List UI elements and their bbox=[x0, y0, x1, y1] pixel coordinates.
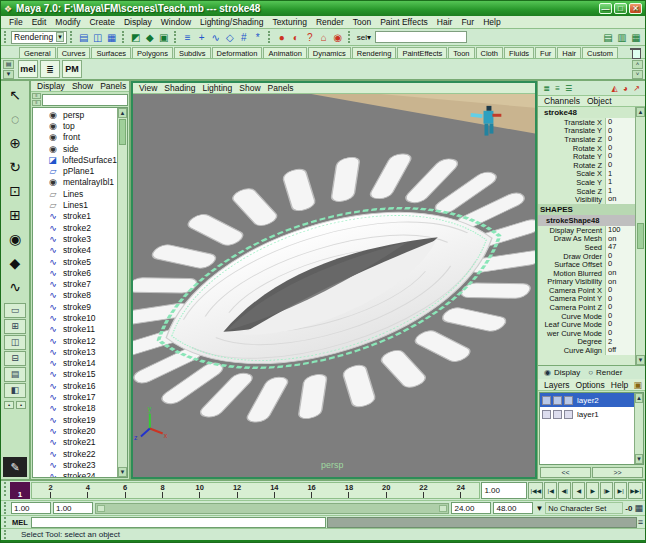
outliner-scrollbar[interactable]: ▲ ▼ bbox=[117, 108, 127, 477]
layer-next-button[interactable]: >> bbox=[592, 467, 643, 478]
menu-item[interactable]: File bbox=[5, 17, 27, 27]
outliner-item[interactable]: ∿ stroke17 bbox=[33, 391, 117, 402]
snap-view-icon[interactable]: # bbox=[237, 30, 251, 44]
layer-playback-box[interactable] bbox=[553, 410, 562, 419]
layer-visibility-box[interactable] bbox=[542, 396, 551, 405]
outliner-item[interactable]: ▱ Lines bbox=[33, 188, 117, 199]
layer-color-box[interactable] bbox=[564, 410, 573, 419]
outliner-item[interactable]: ◉ side bbox=[33, 143, 117, 154]
shelf-scroll-down[interactable]: ˅ bbox=[632, 70, 643, 79]
select-tool-icon[interactable]: ↖ bbox=[3, 83, 27, 107]
snap-plane-icon[interactable]: ◇ bbox=[223, 30, 237, 44]
shelf-tab[interactable]: Custom bbox=[582, 47, 618, 58]
channel-row[interactable]: Rotate Y 0 bbox=[538, 152, 635, 161]
viewport-menu-item[interactable]: Show bbox=[236, 83, 263, 93]
timeline-frame-label[interactable]: 6 bbox=[107, 483, 144, 498]
outliner-menu-item[interactable]: Panels bbox=[97, 81, 129, 91]
menu-item[interactable]: Paint Effects bbox=[376, 17, 432, 27]
channel-row[interactable]: Curve Mode 0 bbox=[538, 312, 635, 321]
new-layer-icon[interactable]: ▣ bbox=[633, 380, 642, 390]
menu-item[interactable]: Modify bbox=[51, 17, 84, 27]
timeline-frame-label[interactable]: 22 bbox=[405, 483, 442, 498]
channel-row[interactable]: Rotate X 0 bbox=[538, 144, 635, 153]
outliner-item[interactable]: ∿ stroke9 bbox=[33, 301, 117, 312]
channel-row[interactable]: Motion Blurred on bbox=[538, 269, 635, 278]
channel-value-field[interactable]: off bbox=[605, 346, 635, 355]
shelf-tab[interactable]: Hair bbox=[557, 47, 581, 58]
outliner-item[interactable]: ∿ stroke24 bbox=[33, 471, 117, 478]
new-scene-icon[interactable]: ▤ bbox=[77, 30, 91, 44]
drag-handle[interactable] bbox=[268, 31, 272, 44]
channel-row[interactable]: Camera Point Z 0 bbox=[538, 303, 635, 312]
shelf-scroll-up[interactable]: ˄ bbox=[632, 60, 643, 69]
shelf-menu-arrow[interactable]: ▼ bbox=[3, 70, 14, 79]
channel-box-scrollbar[interactable]: ▲ ▼ bbox=[635, 107, 645, 365]
layer-prev-button[interactable]: << bbox=[540, 467, 591, 478]
viewport-menu-item[interactable]: Lighting bbox=[199, 83, 235, 93]
viewport-menu-item[interactable]: View bbox=[136, 83, 160, 93]
shelf-tab-switcher[interactable]: ▤ bbox=[3, 60, 14, 69]
range-slider-track[interactable] bbox=[95, 503, 449, 514]
viewport-menu-item[interactable]: Shading bbox=[161, 83, 198, 93]
drag-handle[interactable] bbox=[122, 31, 126, 44]
channel-row[interactable]: Seed 47 bbox=[538, 243, 635, 252]
ipr-render-icon[interactable]: ◐ bbox=[289, 30, 303, 44]
layout-more-button[interactable]: • bbox=[4, 401, 14, 409]
render-current-icon[interactable]: ● bbox=[275, 30, 289, 44]
playback-button[interactable]: ◀ bbox=[572, 482, 585, 499]
drag-handle[interactable] bbox=[4, 502, 8, 513]
render-radio[interactable]: ○ Render bbox=[588, 368, 622, 377]
timeline-frame-label[interactable]: 8 bbox=[144, 483, 181, 498]
auto-key-icon[interactable]: -0 bbox=[625, 504, 632, 513]
channel-row[interactable]: Translate Z 0 bbox=[538, 135, 635, 144]
outliner-item[interactable]: ∿ stroke11 bbox=[33, 324, 117, 335]
channel-row[interactable]: Curve Align off bbox=[538, 346, 635, 355]
layout-shortcut-button[interactable]: ⊞ bbox=[4, 319, 26, 334]
mel-script-button[interactable]: mel bbox=[18, 60, 38, 78]
outliner-item[interactable]: ∿ stroke16 bbox=[33, 380, 117, 391]
channel-row[interactable]: Display Percent 100 bbox=[538, 226, 635, 235]
snap-point-icon[interactable]: ∿ bbox=[209, 30, 223, 44]
display-radio[interactable]: ◉ Display bbox=[544, 368, 580, 377]
viewport-menu-item[interactable]: Panels bbox=[265, 83, 297, 93]
outliner-filter-button[interactable]: ≡ bbox=[32, 93, 41, 99]
menu-item[interactable]: Texturing bbox=[268, 17, 311, 27]
menu-item[interactable]: Toon bbox=[349, 17, 375, 27]
channel-box-menu-item[interactable]: Object bbox=[584, 96, 615, 106]
outliner-item[interactable]: ∿ stroke14 bbox=[33, 358, 117, 369]
shelf-tab[interactable]: PaintEffects bbox=[397, 47, 447, 58]
outliner-item[interactable]: ▱ pPlane1 bbox=[33, 165, 117, 176]
outliner-item[interactable]: ∿ stroke8 bbox=[33, 290, 117, 301]
layout-more-button[interactable]: • bbox=[16, 401, 26, 409]
command-line-label[interactable]: MEL bbox=[10, 518, 30, 527]
layer-scrollbar[interactable]: ▲ ▼ bbox=[634, 393, 643, 464]
drag-handle[interactable] bbox=[348, 31, 352, 44]
channel-row[interactable]: Scale X 1 bbox=[538, 170, 635, 179]
scroll-up-icon[interactable]: ▲ bbox=[635, 393, 643, 403]
playback-button[interactable]: ▶| bbox=[614, 482, 627, 499]
layer-menu-item[interactable]: Layers bbox=[541, 380, 573, 390]
soft-mod-icon[interactable]: ◉ bbox=[3, 227, 27, 251]
outliner-item[interactable]: ◉ persp bbox=[33, 109, 117, 120]
open-scene-icon[interactable]: ◫ bbox=[91, 30, 105, 44]
select-hierarchy-icon[interactable]: ◩ bbox=[129, 30, 143, 44]
material-icon[interactable]: ◭ bbox=[609, 81, 620, 95]
last-tool-icon[interactable]: ∿ bbox=[3, 275, 27, 299]
quick-select-input[interactable] bbox=[375, 31, 467, 43]
current-frame-marker[interactable]: 1 bbox=[10, 482, 30, 499]
channel-row[interactable]: Scale Z 1 bbox=[538, 187, 635, 196]
drag-handle[interactable] bbox=[4, 530, 8, 539]
outliner-item[interactable]: ∿ stroke22 bbox=[33, 448, 117, 459]
playback-end-field[interactable]: 24.00 bbox=[451, 502, 491, 514]
channel-speed-icon[interactable]: ☰ bbox=[563, 81, 574, 95]
menu-item[interactable]: Help bbox=[479, 17, 504, 27]
layer-playback-box[interactable] bbox=[553, 396, 562, 405]
outliner-item[interactable]: ∿ stroke20 bbox=[33, 425, 117, 436]
channel-row[interactable]: Visibility on bbox=[538, 195, 635, 204]
menu-item[interactable]: Fur bbox=[457, 17, 478, 27]
outliner-item[interactable]: ∿ stroke7 bbox=[33, 278, 117, 289]
command-input[interactable] bbox=[31, 517, 326, 528]
universal-manip-icon[interactable]: ⊞ bbox=[3, 203, 27, 227]
outliner-item[interactable]: ▱ Lines1 bbox=[33, 199, 117, 210]
menu-item[interactable]: Render bbox=[312, 17, 348, 27]
